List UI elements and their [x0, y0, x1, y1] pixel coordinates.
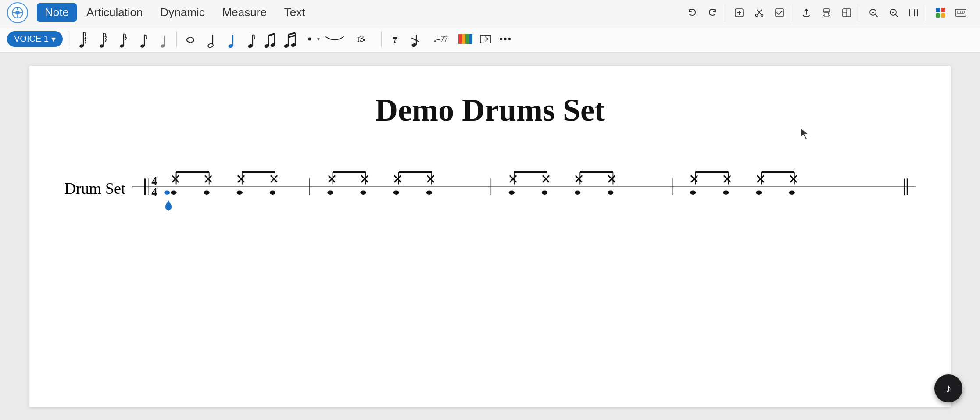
svg-line-71	[288, 36, 295, 37]
more-button[interactable]: •••	[497, 29, 514, 49]
rest-button[interactable]	[387, 29, 404, 49]
svg-point-147	[575, 191, 580, 195]
cut-note-button[interactable]	[407, 29, 424, 49]
note-whole-button[interactable]	[182, 29, 199, 49]
svg-point-17	[828, 13, 829, 14]
svg-rect-81	[462, 34, 465, 44]
zoom-out-button[interactable]	[885, 4, 902, 21]
svg-point-146	[542, 191, 547, 195]
note-16th-button[interactable]	[114, 29, 131, 49]
undo-redo-group	[680, 4, 725, 21]
svg-line-70	[288, 33, 295, 35]
svg-point-152	[789, 191, 795, 195]
top-nav-bar: Note Articulation Dynamic Measure Text	[0, 0, 980, 25]
aug-dot-group: ▾	[303, 29, 320, 49]
svg-point-140	[270, 191, 275, 195]
metronome-button[interactable]: ♩=77	[427, 29, 454, 49]
colors-button[interactable]	[457, 29, 474, 49]
svg-point-11	[756, 14, 758, 16]
check-button[interactable]	[771, 4, 788, 21]
staff-area: Drum Set 4 4	[64, 164, 916, 214]
tab-measure[interactable]: Measure	[215, 3, 275, 22]
note-beamed16th-button[interactable]	[283, 29, 300, 49]
undo-button[interactable]	[683, 4, 701, 21]
logo-button[interactable]	[7, 2, 28, 23]
main-content: Demo Drums Set Drum Set 4 4	[0, 53, 980, 420]
tab-articulation[interactable]: Articulation	[79, 3, 151, 22]
svg-text:✕: ✕	[540, 172, 551, 187]
note-quarter-icon	[159, 29, 167, 49]
svg-point-149	[690, 191, 696, 195]
svg-text:✕: ✕	[573, 172, 584, 187]
note-32nd-button[interactable]	[94, 29, 111, 49]
svg-point-150	[723, 191, 729, 195]
svg-point-142	[361, 191, 366, 195]
svg-text:✕: ✕	[268, 172, 279, 187]
note-eighth-button[interactable]	[134, 29, 151, 49]
zoom-in-button[interactable]	[865, 4, 882, 21]
add-icon	[734, 8, 744, 18]
note-half-button[interactable]	[202, 29, 219, 49]
svg-rect-82	[465, 34, 469, 44]
tab-text[interactable]: Text	[276, 3, 313, 22]
staff-container[interactable]: 4 4 ✕	[132, 164, 916, 214]
svg-point-151	[756, 191, 762, 195]
note-quarter-selected-icon	[227, 29, 235, 49]
aug-dot-dropdown-arrow[interactable]: ▾	[317, 36, 320, 42]
svg-point-54	[189, 37, 192, 42]
redo-button[interactable]	[704, 4, 721, 21]
zoom-group	[861, 4, 926, 21]
tab-dynamic[interactable]: Dynamic	[153, 3, 213, 22]
svg-rect-34	[936, 13, 940, 18]
svg-text:✕: ✕	[755, 172, 766, 187]
svg-point-139	[237, 191, 243, 195]
tuplet-label: r3⌐	[357, 34, 368, 44]
tab-note[interactable]: Note	[37, 3, 77, 22]
voice-dropdown-arrow: ▾	[51, 34, 56, 44]
music-app-button[interactable]	[932, 4, 949, 21]
toolbar-sep-2	[176, 31, 177, 47]
note-64th-button[interactable]	[74, 29, 90, 49]
layout-button[interactable]	[838, 4, 855, 21]
note-eighth2-button[interactable]	[243, 29, 259, 49]
undo-icon	[687, 8, 697, 18]
zoom-out-icon	[889, 8, 898, 18]
svg-line-27	[895, 14, 898, 17]
svg-rect-84	[480, 35, 491, 43]
tuplet-button[interactable]: r3⌐	[350, 29, 376, 49]
svg-rect-32	[936, 8, 940, 12]
svg-point-143	[393, 191, 399, 195]
toolbar-sep-1	[68, 31, 68, 47]
note-quarter-selected-button[interactable]	[222, 29, 239, 49]
svg-text:✕: ✕	[170, 172, 181, 187]
aug-dot-button[interactable]	[303, 29, 316, 49]
erase-button[interactable]	[477, 29, 494, 49]
note-beamed8th-button[interactable]	[263, 29, 279, 49]
add-button[interactable]	[730, 4, 748, 21]
check-icon	[775, 8, 784, 18]
note-quarter-dim-button[interactable]	[154, 29, 171, 49]
more-label: •••	[499, 33, 512, 45]
cursor-icon	[800, 127, 810, 140]
note-half-icon	[207, 29, 215, 49]
file-actions-group	[794, 4, 859, 21]
note-beamed8th-icon	[264, 29, 278, 49]
metronome-label: ♩=77	[433, 34, 447, 44]
upload-button[interactable]	[798, 4, 815, 21]
svg-text:✕: ✕	[606, 172, 617, 187]
note-eighth2-icon	[247, 29, 255, 49]
redo-icon	[708, 8, 717, 18]
cut-button[interactable]	[751, 4, 768, 21]
svg-line-75	[394, 39, 395, 43]
note-eighth-icon	[138, 29, 147, 49]
barlines-button[interactable]	[905, 4, 923, 21]
voice-selector[interactable]: VOICE 1 ▾	[7, 31, 63, 47]
svg-line-79	[412, 38, 419, 42]
print-button[interactable]	[818, 4, 835, 21]
slur-button[interactable]	[323, 29, 346, 49]
svg-point-144	[426, 191, 432, 195]
print-icon	[822, 8, 831, 18]
floating-music-button[interactable]: ♪	[934, 374, 962, 402]
keyboard-button[interactable]	[952, 4, 969, 21]
svg-point-56	[207, 43, 214, 48]
